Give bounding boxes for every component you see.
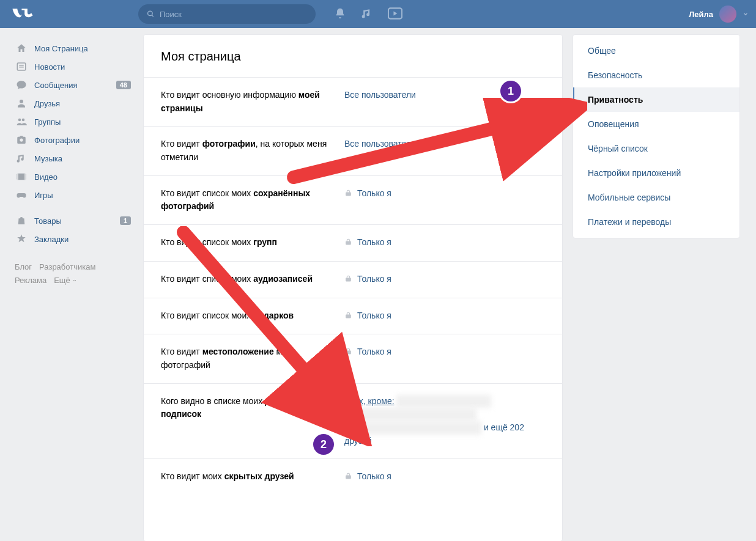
nav-friends[interactable]: Друзья <box>11 94 133 112</box>
privacy-value[interactable]: Всех, кроме: xxxxxxx xxxxxxx xxxxxxx Брю… <box>344 395 545 448</box>
page-title: Моя страница <box>144 35 562 78</box>
privacy-row: Кто видит список моих сохранённых фотогр… <box>144 176 562 225</box>
privacy-row: Кто видит список моих аудиозаписей Тольк… <box>144 262 562 298</box>
nav-news[interactable]: Новости <box>11 57 133 76</box>
video-icon[interactable] <box>388 7 402 21</box>
nav-label: Группы <box>34 117 61 127</box>
friends-icon <box>15 97 28 110</box>
privacy-label: Кто видит местоположение моих фотографий <box>161 345 344 372</box>
privacy-row: Кто видит основную информацию моей стран… <box>144 78 562 127</box>
lock-icon <box>344 346 352 359</box>
lock-icon <box>344 237 352 250</box>
settings-tab-1[interactable]: Безопасность <box>573 63 739 87</box>
nav-music[interactable]: Музыка <box>11 149 133 167</box>
nav-goods[interactable]: Товары 1 <box>11 212 133 230</box>
privacy-value-text: Только я <box>357 470 391 484</box>
privacy-label: Кто видит список моих групп <box>161 236 344 249</box>
privacy-value[interactable]: Только я <box>344 345 545 359</box>
privacy-value-text: Только я <box>357 273 391 286</box>
nav-home[interactable]: Моя Страница <box>11 39 133 57</box>
news-icon <box>15 60 28 73</box>
nav-label: Сообщения <box>34 81 78 90</box>
settings-tab-4[interactable]: Чёрный список <box>573 136 739 161</box>
privacy-value[interactable]: Все пользователи <box>344 138 545 151</box>
vk-logo[interactable] <box>11 7 34 22</box>
lock-icon <box>344 471 352 484</box>
footer-ads[interactable]: Реклама <box>15 276 46 285</box>
topbar: Лейла <box>0 0 756 28</box>
privacy-value[interactable]: Только я <box>344 470 545 484</box>
privacy-row-hidden: Кто видит моих скрытых друзей Только я <box>144 459 562 495</box>
nav-badge: 48 <box>116 81 131 89</box>
privacy-value-text: Только я <box>357 187 391 201</box>
settings-tab-3[interactable]: Оповещения <box>573 112 739 136</box>
nav-label: Товары <box>34 216 62 226</box>
footer-blog[interactable]: Блог <box>15 262 32 271</box>
nav-label: Видео <box>34 172 57 182</box>
footer-more[interactable]: Ещё <box>54 276 77 285</box>
svg-point-9 <box>20 138 23 141</box>
svg-point-6 <box>20 100 23 103</box>
settings-content: Моя страница Кто видит основную информац… <box>143 34 563 541</box>
settings-tab-6[interactable]: Мобильные сервисы <box>573 185 739 210</box>
groups-icon <box>15 115 28 128</box>
redacted-names: xxxxxxx xxxxxxx xxxxxxx <box>396 395 491 408</box>
chevron-down-icon <box>743 10 749 19</box>
avatar <box>719 6 736 23</box>
search-input[interactable] <box>160 10 307 19</box>
left-nav: Моя Страница Новости Сообщения 48 Друзья… <box>11 34 133 287</box>
privacy-label: Кто видит список моих подарков <box>161 309 344 323</box>
svg-point-0 <box>148 11 153 16</box>
nav-badge: 1 <box>120 216 131 225</box>
video-icon <box>15 170 28 183</box>
search-icon <box>147 10 155 18</box>
goods-icon <box>15 214 28 227</box>
user-menu[interactable]: Лейла <box>689 6 749 23</box>
nav-photos[interactable]: Фотографии <box>11 131 133 149</box>
privacy-row: Кто видит список моих групп Только я <box>144 225 562 262</box>
nav-groups[interactable]: Группы <box>11 112 133 131</box>
privacy-value-text: Только я <box>357 309 391 323</box>
settings-tab-2[interactable]: Приватность <box>573 87 739 112</box>
settings-tabs: ОбщееБезопасностьПриватностьОповещенияЧё… <box>573 34 740 238</box>
nav-messages[interactable]: Сообщения 48 <box>11 76 133 94</box>
nav-label: Друзья <box>34 99 60 108</box>
privacy-value-prefix: Всех, кроме: <box>344 396 395 406</box>
music-icon <box>15 152 28 165</box>
settings-tab-5[interactable]: Настройки приложений <box>573 161 739 185</box>
nav-label: Игры <box>34 191 53 200</box>
music-icon[interactable] <box>361 7 373 21</box>
privacy-value[interactable]: Только я <box>344 273 545 287</box>
nav-label: Моя Страница <box>34 44 88 53</box>
settings-tab-7[interactable]: Платежи и переводы <box>573 210 739 234</box>
privacy-value[interactable]: Только я <box>344 236 545 250</box>
lock-icon <box>344 273 352 287</box>
privacy-row: Кто видит фотографии, на которых меня от… <box>144 127 562 175</box>
search-box[interactable] <box>138 4 316 24</box>
nav-label: Фотографии <box>34 136 80 145</box>
nav-label: Музыка <box>34 154 62 163</box>
footer-links: БлогРазработчикам РекламаЕщё <box>11 260 133 287</box>
privacy-value-text: Только я <box>357 345 391 359</box>
photos-icon <box>15 133 28 147</box>
bookmarks-icon <box>15 232 28 246</box>
username: Лейла <box>689 10 713 19</box>
privacy-label: Кто видит фотографии, на которых меня от… <box>161 138 344 164</box>
privacy-label: Кто видит основную информацию моей стран… <box>161 89 344 115</box>
privacy-value[interactable]: Только я <box>344 309 545 323</box>
nav-games[interactable]: Игры <box>11 186 133 204</box>
privacy-value[interactable]: Только я <box>344 187 545 201</box>
privacy-row: Кто видит местоположение моих фотографий… <box>144 334 562 383</box>
lock-icon <box>344 188 352 201</box>
privacy-value[interactable]: Все пользователи <box>344 89 545 102</box>
nav-video[interactable]: Видео <box>11 167 133 186</box>
settings-tab-0[interactable]: Общее <box>573 39 739 63</box>
footer-dev[interactable]: Разработчикам <box>39 262 95 271</box>
redacted-names: Брюхова, Мxxxxxxxxxxxxxxxxxxxx <box>344 408 476 421</box>
nav-label: Закладки <box>34 235 69 244</box>
games-icon <box>15 188 28 202</box>
privacy-value-text: Только я <box>357 236 391 249</box>
notifications-icon[interactable] <box>334 7 346 21</box>
home-icon <box>15 42 28 55</box>
nav-bookmarks[interactable]: Закладки <box>11 230 133 248</box>
